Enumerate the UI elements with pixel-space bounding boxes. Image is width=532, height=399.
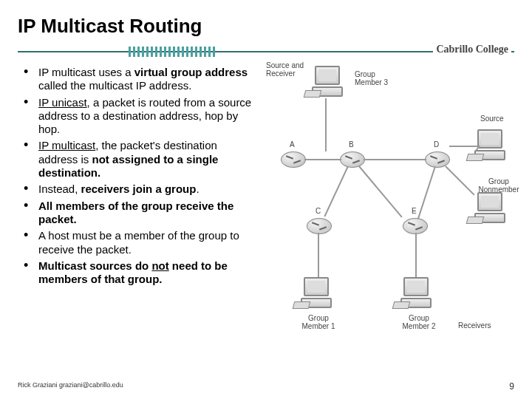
slide-footer: Rick Graziani graziani@cabrillo.edu 9: [18, 381, 514, 392]
router-label-c: C: [316, 207, 321, 215]
host-label-member1: Group Member 1: [293, 314, 344, 330]
title-divider: Cabrillo College: [18, 45, 514, 58]
router-icon: [340, 151, 365, 168]
host-label-top: Group Member 3: [355, 70, 399, 86]
link: [304, 159, 341, 160]
bullet-item: Multicast sources do not need to be memb…: [22, 259, 254, 287]
link: [445, 166, 474, 195]
bullet-item: IP unicast, a packet is routed from a so…: [22, 96, 254, 137]
host-label-nonmember: Group Nonmember: [473, 177, 525, 194]
brand-label: Cabrillo College: [433, 44, 511, 55]
bullet-item: Instead, receivers join a group.: [22, 183, 254, 196]
router-icon: [281, 151, 306, 168]
link: [325, 98, 327, 151]
link: [449, 146, 479, 147]
footer-author: Rick Graziani graziani@cabrillo.edu: [18, 381, 123, 392]
router-label-b: B: [349, 140, 354, 149]
router-label-e: E: [412, 207, 417, 215]
computer-icon: [473, 192, 507, 226]
link: [415, 233, 417, 277]
text-column: IP multicast uses a virtual group addres…: [18, 63, 254, 381]
bullet-item: IP multicast uses a virtual group addres…: [22, 66, 254, 93]
computer-icon: [399, 277, 433, 311]
router-icon: [307, 218, 332, 234]
router-label-a: A: [290, 140, 295, 149]
router-icon: [403, 218, 428, 234]
bullet-item: All members of the group receive the pac…: [22, 200, 254, 227]
divider-ticks: [129, 47, 247, 57]
bullet-item: IP multicast, the packet's destination a…: [22, 139, 254, 180]
bullet-item: A host must be a member of the group to …: [22, 229, 254, 256]
link: [324, 166, 349, 217]
receivers-label: Receivers: [458, 321, 491, 330]
host-label-member2: Group Member 2: [393, 314, 445, 330]
page-number: 9: [509, 381, 514, 392]
slide-body: IP multicast uses a virtual group addres…: [18, 63, 514, 381]
link: [318, 233, 319, 277]
page-title: IP Multicast Routing: [18, 15, 514, 38]
computer-icon: [299, 277, 333, 311]
host-label-source: Source: [480, 115, 504, 123]
link: [417, 166, 436, 219]
link: [364, 159, 426, 160]
computer-icon: [310, 66, 344, 100]
slide: IP Multicast Routing Cabrillo College IP…: [0, 0, 532, 399]
bullet-list: IP multicast uses a virtual group addres…: [18, 66, 254, 286]
network-diagram: Source and Receiver Group Member 3 Sourc…: [259, 63, 514, 381]
link: [358, 166, 402, 217]
router-label-d: D: [434, 140, 439, 149]
